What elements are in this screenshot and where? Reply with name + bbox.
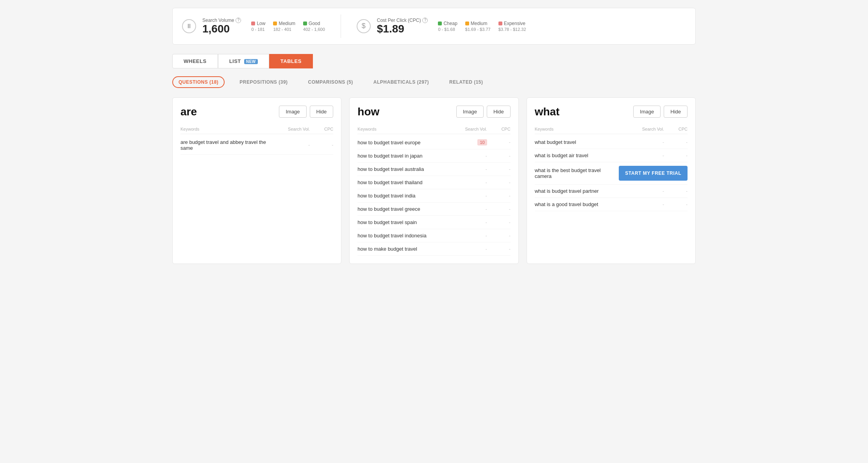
- tab-list[interactable]: LIST NEW: [218, 54, 269, 68]
- keyword-row: how to budget travel europe 10 -: [357, 136, 510, 149]
- metric-cpc: -: [487, 140, 511, 145]
- legend-item-expensive: Expensive $3.78 - $12.32: [498, 21, 526, 32]
- keyword-row: how to budget travel in japan - -: [357, 149, 510, 163]
- keyword-row: how to budget travel indonesia - -: [357, 229, 510, 242]
- keyword-row: how to budget travel india - -: [357, 189, 510, 203]
- col-keywords-how: Keywords: [357, 127, 455, 131]
- col-cpc-are: CPC: [310, 127, 333, 131]
- keyword-text: how to budget travel europe: [357, 140, 455, 145]
- metric-cpc: -: [664, 202, 688, 207]
- keyword-row: are budget travel and abbey travel the s…: [180, 136, 333, 155]
- keyword-row: what is budget air travel - -: [535, 149, 688, 162]
- keyword-row: what is budget travel partner - -: [535, 185, 688, 198]
- card-how-table-header: Keywords Search Vol. CPC: [357, 124, 510, 134]
- card-what-table-header: Keywords Search Vol. CPC: [535, 124, 688, 134]
- search-volume-value: 1,600: [202, 23, 241, 35]
- vol-badge: 10: [477, 139, 487, 145]
- tab-tables[interactable]: TABLES: [269, 54, 313, 68]
- metric-vol: -: [633, 202, 664, 207]
- metric-cpc: -: [664, 153, 688, 158]
- col-vol-what: Search Vol.: [633, 127, 664, 131]
- metric-cpc: -: [487, 180, 511, 185]
- search-volume-icon: ⏸: [182, 19, 196, 33]
- metric-cpc: -: [664, 140, 688, 145]
- keyword-text: what is the best budget travel camera: [535, 167, 619, 179]
- medium-dot: [273, 22, 277, 25]
- card-what-actions: Image Hide: [633, 106, 688, 118]
- card-how-title: how: [357, 106, 379, 118]
- cpc-main: Cost Per Click (CPC) ? $1.89: [377, 18, 428, 35]
- metric-cpc: -: [487, 206, 511, 212]
- filter-comparisons[interactable]: COMPARISONS (5): [303, 77, 359, 87]
- card-are: are Image Hide Keywords Search Vol. CPC …: [172, 97, 341, 264]
- metric-vol: -: [633, 188, 664, 194]
- metric-vol: -: [456, 206, 487, 212]
- card-how-image-button[interactable]: Image: [456, 106, 484, 118]
- good-dot: [303, 22, 307, 25]
- list-new-badge: NEW: [244, 59, 258, 64]
- filter-prepositions[interactable]: PREPOSITIONS (39): [234, 77, 293, 87]
- keyword-text: how to budget travel indonesia: [357, 233, 455, 239]
- legend-item-good: Good 402 - 1,600: [303, 21, 325, 32]
- card-how-actions: Image Hide: [456, 106, 511, 118]
- metric-vol: -: [279, 142, 310, 148]
- card-what-header: what Image Hide: [535, 106, 688, 118]
- card-what-title: what: [535, 106, 560, 118]
- metric-cpc: -: [310, 142, 333, 148]
- search-volume-label: Search Volume ?: [202, 18, 241, 23]
- cpc-section: $ Cost Per Click (CPC) ? $1.89 Cheap 0 -…: [357, 18, 526, 35]
- metric-vol: 10: [456, 139, 487, 145]
- keyword-text: what budget travel: [535, 139, 633, 145]
- card-what-image-button[interactable]: Image: [633, 106, 661, 118]
- stats-bar: ⏸ Search Volume ? 1,600 Low 0 - 181: [172, 8, 696, 45]
- filter-questions[interactable]: QUESTIONS (18): [172, 76, 225, 88]
- metric-vol: -: [456, 246, 487, 252]
- card-how-header: how Image Hide: [357, 106, 510, 118]
- metric-cpc: -: [487, 220, 511, 225]
- card-what-hide-button[interactable]: Hide: [664, 106, 688, 118]
- keyword-text: how to budget travel in japan: [357, 153, 455, 159]
- card-are-hide-button[interactable]: Hide: [310, 106, 334, 118]
- keyword-text: what is budget travel partner: [535, 188, 633, 194]
- keyword-text: how to budget travel thailand: [357, 179, 455, 185]
- filter-alphabeticals[interactable]: ALPHABETICALS (297): [368, 77, 434, 87]
- metric-vol: -: [456, 220, 487, 225]
- metric-cpc: -: [487, 246, 511, 252]
- metric-vol: -: [456, 180, 487, 185]
- legend-item-cheap: Cheap 0 - $1.68: [438, 21, 457, 32]
- keyword-row: how to budget travel greece - -: [357, 203, 510, 216]
- card-what: what Image Hide Keywords Search Vol. CPC…: [527, 97, 696, 264]
- keyword-text: what is a good travel budget: [535, 201, 633, 207]
- tab-wheels[interactable]: WHEELS: [172, 54, 218, 68]
- col-cpc-how: CPC: [487, 127, 511, 131]
- keyword-row: how to budget travel spain - -: [357, 216, 510, 229]
- keyword-row: what is a good travel budget - -: [535, 198, 688, 211]
- start-trial-button[interactable]: START MY FREE TRIAL: [619, 166, 688, 181]
- metric-vol: -: [633, 153, 664, 158]
- card-are-image-button[interactable]: Image: [279, 106, 306, 118]
- metric-vol: -: [456, 153, 487, 159]
- card-how-hide-button[interactable]: Hide: [487, 106, 511, 118]
- keyword-text: how to budget travel australia: [357, 166, 455, 172]
- medium-cpc-dot: [465, 22, 469, 25]
- filter-tabs: QUESTIONS (18) PREPOSITIONS (39) COMPARI…: [172, 76, 696, 88]
- expensive-dot: [498, 22, 502, 25]
- metric-vol: -: [456, 193, 487, 199]
- keyword-row-cta: what is the best budget travel camera ST…: [535, 162, 688, 185]
- metric-cpc: -: [487, 153, 511, 159]
- col-vol-how: Search Vol.: [456, 127, 487, 131]
- search-volume-help-icon[interactable]: ?: [236, 18, 241, 23]
- search-volume-legend: Low 0 - 181 Medium 182 - 401 Good: [251, 21, 325, 32]
- keyword-text: how to make budget travel: [357, 246, 455, 252]
- keyword-row: how to make budget travel - -: [357, 242, 510, 256]
- cpc-label: Cost Per Click (CPC) ?: [377, 18, 428, 23]
- stats-divider: [341, 14, 341, 38]
- cpc-help-icon[interactable]: ?: [422, 18, 428, 23]
- metric-cpc: -: [487, 233, 511, 239]
- card-are-title: are: [180, 106, 197, 118]
- keyword-text: what is budget air travel: [535, 153, 633, 158]
- search-volume-main: Search Volume ? 1,600: [202, 18, 241, 35]
- card-are-actions: Image Hide: [279, 106, 333, 118]
- keyword-text: how to budget travel india: [357, 193, 455, 199]
- filter-related[interactable]: RELATED (15): [444, 77, 488, 87]
